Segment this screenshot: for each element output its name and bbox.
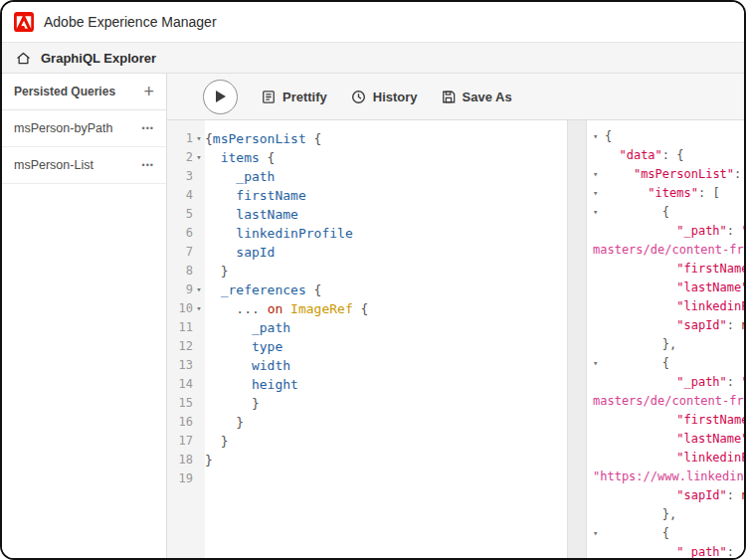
code-text: masters/de/content-fragm <box>593 392 744 411</box>
code-text: "firstName": <box>605 260 744 279</box>
code-line: "https://www.linkedin.co <box>593 467 744 486</box>
fold-toggle-icon <box>193 375 205 394</box>
code-text: } <box>205 432 228 451</box>
fold-toggle-icon <box>193 337 205 356</box>
code-line: 9▾ _references { <box>167 280 567 299</box>
code-text: "items": [ <box>605 184 720 203</box>
fold-toggle-icon <box>193 432 205 451</box>
code-line: "lastName": <box>593 430 744 449</box>
line-number: 18 <box>167 451 193 469</box>
code-line: 19 <box>167 469 567 488</box>
prettify-label: Prettify <box>282 90 327 104</box>
history-label: History <box>373 90 418 104</box>
prettify-button[interactable]: Prettify <box>262 90 327 104</box>
line-number: 8 <box>167 262 193 280</box>
line-number: 10 <box>167 299 193 318</box>
history-icon <box>351 90 366 104</box>
save-as-button[interactable]: Save As <box>442 90 512 104</box>
code-line: "_path": "/content/dam/ <box>593 373 744 392</box>
line-number: 2 <box>167 148 193 167</box>
code-line: 10▾ ... on ImageRef { <box>167 299 567 318</box>
code-text: type <box>205 337 282 356</box>
persisted-queries-heading: Persisted Queries <box>14 85 115 98</box>
fold-toggle-icon <box>193 451 205 469</box>
fold-toggle-icon[interactable]: ▾ <box>593 354 605 373</box>
save-icon <box>442 90 456 104</box>
code-text: "_path": "/content/dam/ <box>605 222 744 241</box>
line-number: 6 <box>167 224 193 243</box>
graphiql-toolbar: Prettify History <box>167 74 744 120</box>
fold-toggle-icon <box>593 316 605 335</box>
fold-toggle-icon <box>593 543 605 558</box>
persisted-queries-sidebar: Persisted Queries + msPerson-byPath•••ms… <box>2 74 167 558</box>
fold-toggle-icon[interactable]: ▾ <box>193 148 205 167</box>
code-text: "data": { <box>605 146 684 165</box>
code-text: "msPersonList": { <box>605 165 744 184</box>
query-list-item[interactable]: msPerson-byPath••• <box>2 110 166 147</box>
sidebar-header: Persisted Queries + <box>2 74 166 110</box>
fold-toggle-icon[interactable]: ▾ <box>193 280 205 299</box>
code-text: linkedinProfile <box>205 224 353 243</box>
response-panel: ▾{ "data": {▾ "msPersonList": {▾ "items"… <box>587 120 744 558</box>
fold-toggle-icon[interactable]: ▾ <box>193 129 205 148</box>
code-line: 13 width <box>167 356 567 375</box>
home-icon[interactable] <box>16 51 31 66</box>
more-options-icon[interactable]: ••• <box>142 123 154 133</box>
pane-divider[interactable] <box>567 120 587 558</box>
fold-toggle-icon <box>193 167 205 186</box>
code-line: "sapId": null <box>593 486 744 505</box>
code-line: }, <box>593 335 744 354</box>
fold-toggle-icon <box>593 430 605 449</box>
code-line: "lastName": <box>593 279 744 297</box>
fold-toggle-icon[interactable]: ▾ <box>593 127 605 146</box>
line-number: 3 <box>167 167 193 186</box>
fold-toggle-icon <box>193 262 205 280</box>
code-text: { <box>605 127 612 146</box>
code-line: masters/de/content-fragm <box>593 241 744 260</box>
code-line: ▾ { <box>593 203 744 222</box>
fold-toggle-icon[interactable]: ▾ <box>593 165 605 184</box>
fold-toggle-icon <box>593 335 605 354</box>
code-line: 1▾{msPersonList { <box>167 129 567 148</box>
line-number: 1 <box>167 129 193 148</box>
code-text: sapId <box>205 243 275 262</box>
line-number: 15 <box>167 394 193 413</box>
fold-toggle-icon <box>593 411 605 430</box>
query-editor[interactable]: 1▾{msPersonList {2▾ items {3 _path4 firs… <box>167 120 567 558</box>
code-line: 18} <box>167 451 567 469</box>
history-button[interactable]: History <box>351 90 418 104</box>
fold-toggle-icon <box>593 260 605 279</box>
query-list-item[interactable]: msPerson-List••• <box>2 147 166 184</box>
fold-toggle-icon[interactable]: ▾ <box>593 524 605 543</box>
fold-toggle-icon <box>593 449 605 467</box>
fold-toggle-icon[interactable]: ▾ <box>193 299 205 318</box>
code-line: 6 linkedinProfile <box>167 224 567 243</box>
fold-toggle-icon <box>193 394 205 413</box>
fold-toggle-icon <box>193 413 205 432</box>
code-text: _path <box>205 318 290 337</box>
query-item-label: msPerson-List <box>14 158 93 172</box>
code-line: ▾ { <box>593 524 744 543</box>
line-number: 5 <box>167 205 193 224</box>
code-text: lastName <box>205 205 298 224</box>
code-text: {msPersonList { <box>205 129 321 148</box>
code-text: }, <box>605 335 676 354</box>
fold-toggle-icon[interactable]: ▾ <box>593 203 605 222</box>
prettify-icon <box>262 90 276 104</box>
code-line: "_path": "/content/dam/ <box>593 222 744 241</box>
add-query-button[interactable]: + <box>143 83 154 100</box>
execute-query-button[interactable] <box>203 80 238 114</box>
code-text: { <box>605 354 669 373</box>
more-options-icon[interactable]: ••• <box>142 160 154 170</box>
code-line: masters/de/content-fragm <box>593 392 744 411</box>
line-number: 13 <box>167 356 193 375</box>
line-number: 12 <box>167 337 193 356</box>
line-number: 14 <box>167 375 193 394</box>
code-line: }, <box>593 505 744 524</box>
fold-toggle-icon[interactable]: ▾ <box>593 184 605 203</box>
query-item-label: msPerson-byPath <box>14 121 112 135</box>
adobe-logo-icon <box>14 12 34 32</box>
line-number: 19 <box>167 469 193 488</box>
fold-toggle-icon <box>593 486 605 505</box>
code-line: 8 } <box>167 262 567 280</box>
